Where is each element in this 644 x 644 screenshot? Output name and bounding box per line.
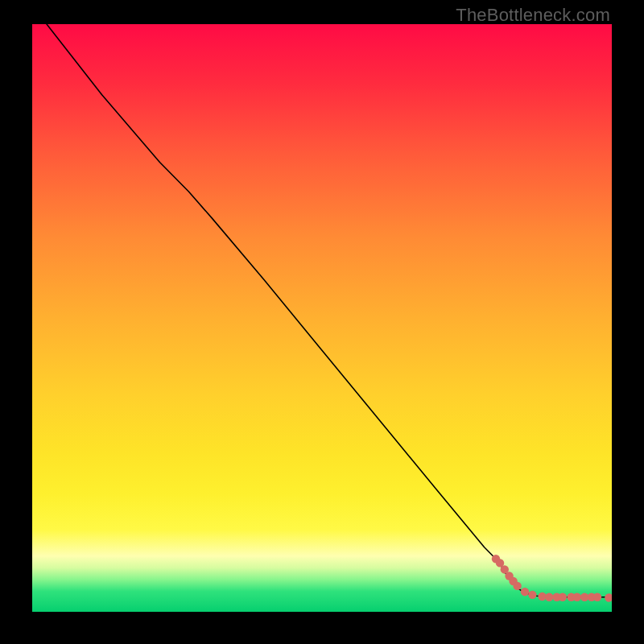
data-point [521, 588, 529, 596]
chart-frame: TheBottleneck.com [0, 0, 644, 644]
chart-overlay [32, 24, 612, 612]
data-point [545, 593, 553, 601]
data-points [492, 555, 612, 602]
data-point [513, 582, 521, 590]
data-point [528, 591, 536, 599]
data-point [605, 593, 612, 601]
plot-area [32, 24, 612, 612]
data-point [593, 593, 601, 601]
bottleneck-curve [47, 24, 612, 597]
data-point [573, 593, 581, 601]
data-point [559, 593, 567, 601]
watermark-text: TheBottleneck.com [456, 5, 610, 26]
